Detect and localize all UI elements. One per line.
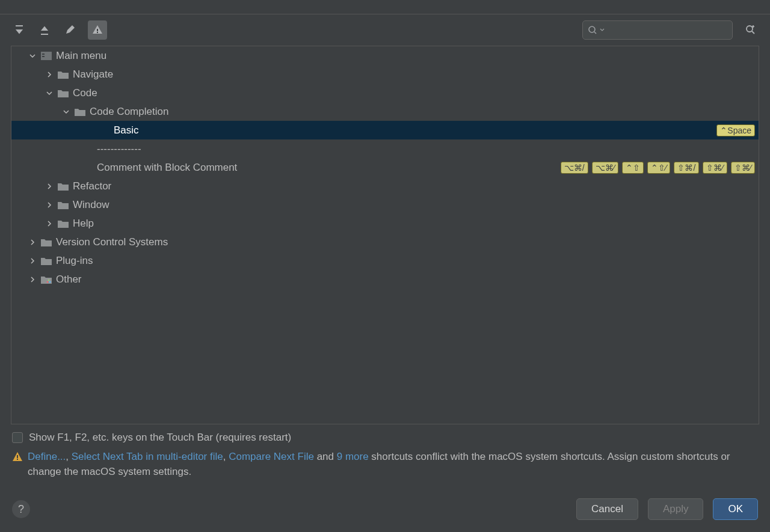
- tree-item-basic[interactable]: Basic ⌃Space: [11, 121, 759, 139]
- shortcut-badge: ⇧⌘⁄: [731, 162, 755, 174]
- svg-rect-5: [42, 54, 45, 55]
- svg-point-3: [747, 26, 753, 32]
- tree-item-other[interactable]: Other: [11, 270, 759, 289]
- folder-icon: [57, 69, 69, 81]
- conflict-text: Define..., Select Next Tab in multi-edit…: [28, 450, 758, 479]
- tree-item-main-menu[interactable]: Main menu: [11, 46, 759, 65]
- folder-icon: [57, 199, 69, 211]
- search-dropdown-icon[interactable]: [600, 28, 605, 32]
- chevron-right-icon: [27, 237, 38, 248]
- chevron-right-icon: [44, 181, 55, 192]
- svg-rect-11: [17, 459, 18, 460]
- folder-icon: [57, 180, 69, 192]
- link-more-conflicts[interactable]: 9 more: [337, 451, 369, 462]
- collapse-all-icon[interactable]: [37, 23, 52, 37]
- expand-all-icon[interactable]: [12, 23, 26, 37]
- tree-item-code-completion[interactable]: Code Completion: [11, 102, 759, 121]
- tree-label: Help: [73, 218, 94, 230]
- menu-root-icon: [40, 50, 52, 62]
- link-define[interactable]: Define...: [28, 451, 66, 462]
- chevron-right-icon: [44, 218, 55, 229]
- chevron-down-icon: [44, 88, 55, 99]
- tree-label: Code Completion: [90, 106, 168, 118]
- folder-icon: [40, 236, 52, 248]
- folder-icon: [74, 106, 86, 118]
- tree-label: Navigate: [73, 69, 113, 81]
- other-group-icon: [40, 274, 52, 286]
- touchbar-checkbox-label: Show F1, F2, etc. keys on the Touch Bar …: [29, 432, 291, 444]
- chevron-right-icon: [44, 200, 55, 210]
- chevron-down-icon: [27, 50, 38, 61]
- tree-item-comment-block[interactable]: Comment with Block Comment ⌥⌘/ ⌥⌘⁄ ⌃⇧ ⌃⇧…: [11, 158, 759, 177]
- tree-item-separator[interactable]: -------------: [11, 139, 759, 158]
- chevron-right-icon: [27, 255, 38, 266]
- help-button[interactable]: ?: [12, 500, 30, 518]
- touchbar-checkbox[interactable]: [12, 432, 23, 443]
- dialog-button-row: ? Cancel Apply OK: [0, 498, 770, 520]
- warning-icon: [12, 451, 23, 462]
- folder-icon: [40, 255, 52, 267]
- folder-icon: [57, 87, 69, 99]
- keymap-tree[interactable]: Main menu Navigate Code Code Completion …: [11, 46, 759, 424]
- header-area: [0, 0, 770, 14]
- tree-label: Window: [73, 199, 109, 211]
- tree-label: Plug-ins: [56, 255, 93, 267]
- search-input[interactable]: [607, 25, 727, 35]
- tree-label: Other: [56, 274, 82, 286]
- shortcut-badge: ⌃⇧⁄: [647, 162, 670, 174]
- tree-label: Comment with Block Comment: [97, 162, 237, 174]
- chevron-down-icon: [61, 106, 72, 117]
- search-icon: [588, 25, 597, 35]
- folder-icon: [57, 218, 69, 230]
- svg-rect-0: [97, 29, 98, 31]
- tree-item-refactor[interactable]: Refactor: [11, 177, 759, 195]
- conflict-warning-row: Define..., Select Next Tab in multi-edit…: [0, 448, 770, 479]
- search-input-container[interactable]: [582, 20, 733, 40]
- edit-shortcut-icon[interactable]: [63, 23, 77, 37]
- shortcut-badge: ⌥⌘/: [561, 162, 588, 174]
- tree-label: Basic: [114, 124, 139, 136]
- svg-point-9: [48, 279, 50, 281]
- ok-button[interactable]: OK: [713, 498, 758, 520]
- tree-label: Refactor: [73, 180, 111, 192]
- shortcut-badge: ⇧⌘⁄: [703, 162, 727, 174]
- tree-label: Main menu: [56, 50, 106, 62]
- shortcut-badge: ⌥⌘⁄: [592, 162, 618, 174]
- find-action-by-shortcut-icon[interactable]: [744, 23, 758, 37]
- tree-item-plugins[interactable]: Plug-ins: [11, 251, 759, 270]
- svg-rect-6: [42, 56, 45, 57]
- shortcut-badge: ⇧⌘/: [674, 162, 699, 174]
- svg-point-2: [589, 26, 595, 32]
- chevron-right-icon: [27, 274, 38, 285]
- touchbar-option-row: Show F1, F2, etc. keys on the Touch Bar …: [0, 424, 770, 448]
- svg-rect-10: [17, 455, 18, 458]
- tree-label: -------------: [97, 143, 141, 155]
- shortcut-badge: ⌃Space: [716, 124, 755, 136]
- chevron-right-icon: [44, 69, 55, 80]
- apply-button[interactable]: Apply: [648, 498, 704, 520]
- svg-point-8: [49, 281, 51, 283]
- tree-item-navigate[interactable]: Navigate: [11, 65, 759, 84]
- svg-point-7: [47, 281, 49, 283]
- tree-label: Version Control Systems: [56, 236, 168, 248]
- shortcut-badge: ⌃⇧: [622, 162, 644, 174]
- cancel-button[interactable]: Cancel: [576, 498, 638, 520]
- tree-label: Code: [73, 87, 97, 99]
- tree-item-vcs[interactable]: Version Control Systems: [11, 233, 759, 251]
- tree-item-code[interactable]: Code: [11, 84, 759, 102]
- svg-rect-1: [97, 32, 98, 33]
- link-compare-next-file[interactable]: Compare Next File: [229, 451, 314, 462]
- tree-item-help[interactable]: Help: [11, 214, 759, 233]
- show-conflicts-icon[interactable]: [88, 20, 107, 40]
- tree-item-window[interactable]: Window: [11, 195, 759, 214]
- toolbar: [0, 14, 770, 46]
- link-select-next-tab[interactable]: Select Next Tab in multi-editor file: [72, 451, 223, 462]
